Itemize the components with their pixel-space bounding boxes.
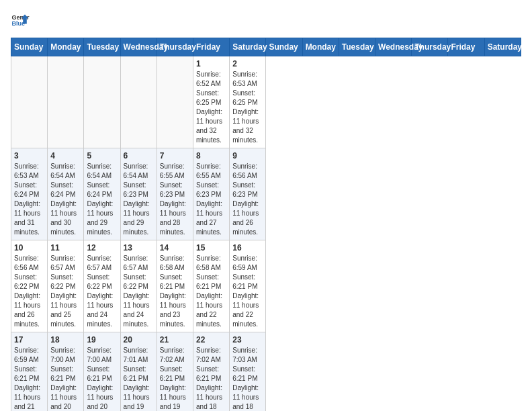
day-info: Sunrise: 6:56 AM Sunset: 6:22 PM Dayligh…	[14, 254, 44, 329]
day-info: Sunrise: 6:57 AM Sunset: 6:22 PM Dayligh…	[87, 254, 117, 329]
svg-text:Blue: Blue	[11, 20, 25, 27]
day-info: Sunrise: 6:52 AM Sunset: 6:25 PM Dayligh…	[196, 70, 226, 145]
calendar-cell: 10Sunrise: 6:56 AM Sunset: 6:22 PM Dayli…	[11, 240, 48, 332]
day-number: 16	[232, 243, 263, 253]
day-number: 3	[14, 151, 44, 161]
header-tuesday: Tuesday	[84, 38, 120, 56]
col-header-saturday: Saturday	[484, 38, 521, 56]
day-info: Sunrise: 7:02 AM Sunset: 6:21 PM Dayligh…	[160, 346, 190, 411]
col-header-thursday: Thursday	[412, 38, 448, 56]
day-number: 13	[124, 243, 154, 253]
day-number: 2	[232, 59, 263, 68]
day-info: Sunrise: 6:57 AM Sunset: 6:22 PM Dayligh…	[124, 254, 154, 329]
day-info: Sunrise: 7:03 AM Sunset: 6:21 PM Dayligh…	[232, 346, 263, 411]
calendar-cell: 13Sunrise: 6:57 AM Sunset: 6:22 PM Dayli…	[120, 240, 157, 332]
day-info: Sunrise: 6:59 AM Sunset: 6:21 PM Dayligh…	[14, 346, 44, 411]
header-wednesday: Wednesday	[120, 38, 157, 56]
day-number: 4	[50, 151, 81, 161]
calendar-cell: 14Sunrise: 6:58 AM Sunset: 6:21 PM Dayli…	[157, 240, 193, 332]
calendar-cell: 2Sunrise: 6:53 AM Sunset: 6:25 PM Daylig…	[230, 56, 266, 148]
day-info: Sunrise: 6:53 AM Sunset: 6:25 PM Dayligh…	[232, 70, 263, 145]
calendar-table: SundayMondayTuesdayWednesdayThursdayFrid…	[11, 38, 521, 411]
day-number: 12	[87, 243, 117, 253]
day-info: Sunrise: 6:54 AM Sunset: 6:24 PM Dayligh…	[50, 162, 81, 237]
calendar-cell: 20Sunrise: 7:01 AM Sunset: 6:21 PM Dayli…	[120, 332, 157, 412]
day-info: Sunrise: 7:00 AM Sunset: 6:21 PM Dayligh…	[50, 346, 81, 411]
calendar-cell	[11, 56, 48, 148]
col-header-monday: Monday	[302, 38, 339, 56]
day-number: 22	[196, 335, 226, 345]
day-number: 17	[14, 335, 44, 345]
col-header-friday: Friday	[448, 38, 484, 56]
calendar-cell: 17Sunrise: 6:59 AM Sunset: 6:21 PM Dayli…	[11, 332, 48, 412]
day-number: 20	[124, 335, 154, 345]
day-number: 6	[124, 151, 154, 161]
calendar-header-row: SundayMondayTuesdayWednesdayThursdayFrid…	[11, 38, 521, 56]
day-number: 18	[50, 335, 81, 345]
day-number: 23	[232, 335, 263, 345]
calendar-cell: 16Sunrise: 6:59 AM Sunset: 6:21 PM Dayli…	[230, 240, 266, 332]
day-number: 9	[232, 151, 263, 161]
header-saturday: Saturday	[230, 38, 266, 56]
header-monday: Monday	[48, 38, 84, 56]
day-info: Sunrise: 6:54 AM Sunset: 6:24 PM Dayligh…	[87, 162, 117, 237]
day-info: Sunrise: 6:54 AM Sunset: 6:23 PM Dayligh…	[124, 162, 154, 237]
week-row-2: 10Sunrise: 6:56 AM Sunset: 6:22 PM Dayli…	[11, 240, 521, 332]
day-info: Sunrise: 6:53 AM Sunset: 6:24 PM Dayligh…	[14, 162, 44, 237]
calendar-cell: 8Sunrise: 6:55 AM Sunset: 6:23 PM Daylig…	[193, 148, 230, 240]
day-number: 8	[196, 151, 226, 161]
calendar-cell: 5Sunrise: 6:54 AM Sunset: 6:24 PM Daylig…	[84, 148, 120, 240]
calendar-cell: 4Sunrise: 6:54 AM Sunset: 6:24 PM Daylig…	[48, 148, 84, 240]
logo: General Blue	[11, 11, 30, 30]
day-number: 10	[14, 243, 44, 253]
calendar-cell: 1Sunrise: 6:52 AM Sunset: 6:25 PM Daylig…	[193, 56, 230, 148]
calendar-cell: 11Sunrise: 6:57 AM Sunset: 6:22 PM Dayli…	[48, 240, 84, 332]
calendar-cell: 19Sunrise: 7:00 AM Sunset: 6:21 PM Dayli…	[84, 332, 120, 412]
header-thursday: Thursday	[157, 38, 193, 56]
day-info: Sunrise: 6:58 AM Sunset: 6:21 PM Dayligh…	[196, 254, 226, 329]
calendar-cell	[157, 56, 193, 148]
day-info: Sunrise: 7:02 AM Sunset: 6:21 PM Dayligh…	[196, 346, 226, 411]
day-number: 14	[160, 243, 190, 253]
day-number: 21	[160, 335, 190, 345]
col-header-tuesday: Tuesday	[339, 38, 375, 56]
calendar-cell	[120, 56, 157, 148]
calendar-cell: 23Sunrise: 7:03 AM Sunset: 6:21 PM Dayli…	[230, 332, 266, 412]
calendar-cell: 18Sunrise: 7:00 AM Sunset: 6:21 PM Dayli…	[48, 332, 84, 412]
calendar-cell: 6Sunrise: 6:54 AM Sunset: 6:23 PM Daylig…	[120, 148, 157, 240]
day-info: Sunrise: 6:59 AM Sunset: 6:21 PM Dayligh…	[232, 254, 263, 329]
day-number: 1	[196, 59, 226, 68]
day-info: Sunrise: 6:57 AM Sunset: 6:22 PM Dayligh…	[50, 254, 81, 329]
header-sunday: Sunday	[11, 38, 48, 56]
day-info: Sunrise: 7:01 AM Sunset: 6:21 PM Dayligh…	[124, 346, 154, 411]
day-number: 19	[87, 335, 117, 345]
calendar-cell	[48, 56, 84, 148]
calendar-cell: 15Sunrise: 6:58 AM Sunset: 6:21 PM Dayli…	[193, 240, 230, 332]
week-row-0: 1Sunrise: 6:52 AM Sunset: 6:25 PM Daylig…	[11, 56, 521, 148]
day-info: Sunrise: 6:55 AM Sunset: 6:23 PM Dayligh…	[160, 162, 190, 237]
week-row-1: 3Sunrise: 6:53 AM Sunset: 6:24 PM Daylig…	[11, 148, 521, 240]
calendar-cell: 7Sunrise: 6:55 AM Sunset: 6:23 PM Daylig…	[157, 148, 193, 240]
day-number: 15	[196, 243, 226, 253]
col-header-wednesday: Wednesday	[375, 38, 412, 56]
logo-icon: General Blue	[11, 11, 30, 30]
calendar-cell: 21Sunrise: 7:02 AM Sunset: 6:21 PM Dayli…	[157, 332, 193, 412]
header-friday: Friday	[193, 38, 230, 56]
calendar-cell: 3Sunrise: 6:53 AM Sunset: 6:24 PM Daylig…	[11, 148, 48, 240]
header: General Blue	[11, 11, 521, 30]
day-number: 7	[160, 151, 190, 161]
day-info: Sunrise: 7:00 AM Sunset: 6:21 PM Dayligh…	[87, 346, 117, 411]
day-info: Sunrise: 6:56 AM Sunset: 6:23 PM Dayligh…	[232, 162, 263, 237]
calendar-cell: 22Sunrise: 7:02 AM Sunset: 6:21 PM Dayli…	[193, 332, 230, 412]
calendar-cell: 9Sunrise: 6:56 AM Sunset: 6:23 PM Daylig…	[230, 148, 266, 240]
calendar-cell	[84, 56, 120, 148]
day-number: 5	[87, 151, 117, 161]
col-header-sunday: Sunday	[266, 38, 302, 56]
week-row-3: 17Sunrise: 6:59 AM Sunset: 6:21 PM Dayli…	[11, 332, 521, 412]
day-number: 11	[50, 243, 81, 253]
day-info: Sunrise: 6:55 AM Sunset: 6:23 PM Dayligh…	[196, 162, 226, 237]
calendar-cell: 12Sunrise: 6:57 AM Sunset: 6:22 PM Dayli…	[84, 240, 120, 332]
day-info: Sunrise: 6:58 AM Sunset: 6:21 PM Dayligh…	[160, 254, 190, 329]
